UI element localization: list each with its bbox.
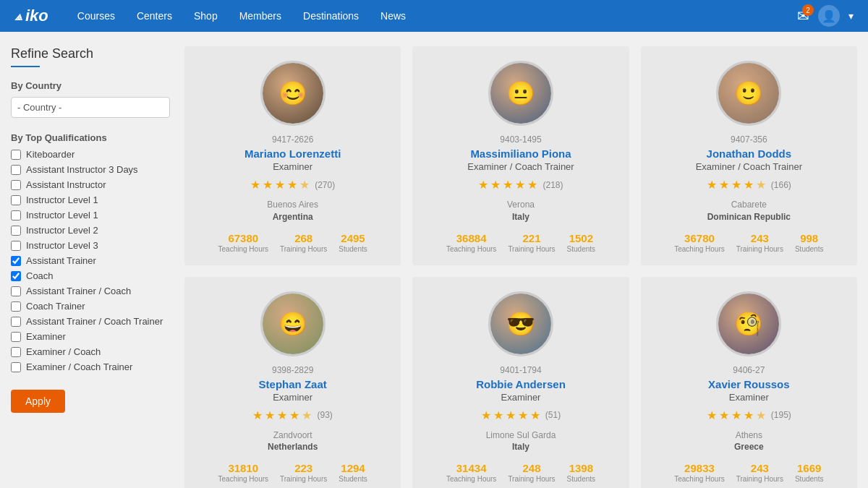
qualification-checkbox-asst_instructor[interactable] <box>11 180 21 190</box>
star-full: ★ <box>731 408 741 422</box>
city: Zandvoort <box>273 430 312 440</box>
qualification-label-coach_trainer[interactable]: Coach Trainer <box>26 301 85 312</box>
country: Dominican Republic <box>707 212 791 222</box>
message-badge: 2 <box>802 4 814 16</box>
avatar: 🧐 <box>716 291 781 356</box>
member-name[interactable]: Xavier Roussos <box>708 378 790 390</box>
review-count: (51) <box>545 410 561 420</box>
rating-stars: ★★★★★(270) <box>250 178 335 192</box>
qualification-label-examiner[interactable]: Examiner <box>26 331 66 342</box>
member-role: Examiner <box>729 392 769 403</box>
stat-label: Teaching Hours <box>446 474 496 484</box>
star-full: ★ <box>506 408 516 422</box>
nav-destinations[interactable]: Destinations <box>303 10 359 22</box>
qualification-label-asst_trainer[interactable]: Assistant Trainer <box>26 255 96 266</box>
user-menu-button[interactable]: ▾ <box>848 10 854 22</box>
stat-label: Students <box>567 244 595 254</box>
stat-item: 1294Students <box>339 462 367 484</box>
stat-item: 29833Teaching Hours <box>674 462 724 484</box>
qualification-item: Instructor Level 3 <box>11 240 170 251</box>
qualification-label-examiner_coach_trainer[interactable]: Examiner / Coach Trainer <box>26 361 132 372</box>
city: Athens <box>736 430 762 440</box>
member-card: 😄9398-2829Stephan ZaatExaminer★★★★★(93)Z… <box>184 277 401 488</box>
member-location: Limone Sul GardaItaly <box>486 429 556 454</box>
stat-value: 998 <box>800 232 818 244</box>
star-half: ★ <box>302 408 312 422</box>
member-name[interactable]: Jonathan Dodds <box>707 147 792 160</box>
qualification-label-examiner_coach[interactable]: Examiner / Coach <box>26 346 101 357</box>
member-location: CabareteDominican Republic <box>707 199 791 223</box>
member-location: VeronaItaly <box>507 199 535 223</box>
qualification-checkbox-asst_instructor_3days[interactable] <box>11 165 21 175</box>
country: Italy <box>512 442 529 452</box>
qualification-checkbox-instructor_level_3[interactable] <box>11 241 21 251</box>
member-role: Examiner / Coach Trainer <box>696 161 802 172</box>
country: Italy <box>512 212 529 222</box>
qualification-label-instructor_level_1b[interactable]: Instructor Level 1 <box>26 210 98 221</box>
logo[interactable]: ⟁ iko <box>14 7 48 25</box>
logo-text: iko <box>25 7 48 25</box>
stat-label: Students <box>339 244 367 254</box>
qualification-label-instructor_level_3[interactable]: Instructor Level 3 <box>26 240 98 251</box>
messages-button[interactable]: ✉ 2 <box>797 7 809 25</box>
member-stats: 31810Teaching Hours223Training Hours1294… <box>196 462 389 484</box>
qualification-checkbox-asst_trainer_coach[interactable] <box>11 286 21 296</box>
apply-button[interactable]: Apply <box>11 390 65 413</box>
rating-stars: ★★★★★(195) <box>707 408 791 422</box>
member-id: 9401-1794 <box>500 365 541 375</box>
qualification-checkbox-coach_trainer[interactable] <box>11 301 21 312</box>
qualification-label-asst_trainer_coach_trainer[interactable]: Assistant Trainer / Coach Trainer <box>26 316 163 327</box>
member-id: 9406-27 <box>733 365 765 375</box>
nav-news[interactable]: News <box>380 10 406 22</box>
stat-item: 223Training Hours <box>280 462 327 484</box>
qualification-label-asst_instructor[interactable]: Assistant Instructor <box>26 179 106 190</box>
sidebar: Refine Search By Country - Country - By … <box>11 46 170 488</box>
member-name[interactable]: Massimiliano Piona <box>470 147 571 160</box>
star-full: ★ <box>530 408 540 422</box>
qualification-label-instructor_level_1a[interactable]: Instructor Level 1 <box>26 194 98 205</box>
member-name[interactable]: Mariano Lorenzetti <box>244 147 341 160</box>
qualification-checkbox-examiner_coach[interactable] <box>11 347 21 357</box>
qualification-item: Assistant Trainer / Coach <box>11 286 170 296</box>
user-avatar[interactable]: 👤 <box>818 5 840 27</box>
member-role: Examiner <box>501 392 541 403</box>
member-id: 9407-356 <box>731 134 767 145</box>
nav-members[interactable]: Members <box>239 10 281 22</box>
avatar: 🙂 <box>716 61 781 126</box>
qualification-label-kiteboarder[interactable]: Kiteboarder <box>26 149 75 160</box>
nav-centers[interactable]: Centers <box>137 10 172 22</box>
qualification-checkbox-coach[interactable] <box>11 271 21 281</box>
member-role: Examiner <box>273 392 312 403</box>
qualification-checkbox-asst_trainer_coach_trainer[interactable] <box>11 317 21 327</box>
qualification-checkbox-examiner_coach_trainer[interactable] <box>11 362 21 372</box>
stat-value: 29833 <box>684 462 715 474</box>
qualification-checkbox-instructor_level_2[interactable] <box>11 226 21 236</box>
nav-courses[interactable]: Courses <box>77 10 115 22</box>
member-name[interactable]: Stephan Zaat <box>259 378 327 390</box>
nav-shop[interactable]: Shop <box>194 10 218 22</box>
member-name[interactable]: Robbie Andersen <box>476 378 566 390</box>
country-select[interactable]: - Country - <box>11 97 170 118</box>
member-card: 🧐9406-27Xavier RoussosExaminer★★★★★(195)… <box>641 277 857 488</box>
navbar: ⟁ iko Courses Centers Shop Members Desti… <box>0 0 868 32</box>
qualification-label-asst_instructor_3days[interactable]: Assistant Instructor 3 Days <box>26 164 138 175</box>
country: Greece <box>734 442 764 452</box>
qualification-item: Examiner / Coach <box>11 346 170 357</box>
stat-item: 221Training Hours <box>508 232 555 254</box>
stat-label: Training Hours <box>508 474 555 484</box>
qualifications-label: By Top Qualifications <box>11 132 170 143</box>
qualification-label-asst_trainer_coach[interactable]: Assistant Trainer / Coach <box>26 286 131 296</box>
qualification-checkbox-asst_trainer[interactable] <box>11 256 21 266</box>
qualification-label-instructor_level_2[interactable]: Instructor Level 2 <box>26 225 98 236</box>
qualification-checkbox-instructor_level_1a[interactable] <box>11 195 21 205</box>
stat-value: 268 <box>294 232 312 244</box>
qualification-label-coach[interactable]: Coach <box>26 270 54 281</box>
country: Argentina <box>273 212 313 222</box>
qualification-checkbox-instructor_level_1b[interactable] <box>11 210 21 221</box>
qualification-item: Assistant Instructor <box>11 179 170 190</box>
member-id: 9398-2829 <box>272 365 313 375</box>
stat-item: 248Training Hours <box>508 462 555 484</box>
qualification-item: Instructor Level 1 <box>11 194 170 205</box>
qualification-checkbox-kiteboarder[interactable] <box>11 150 21 160</box>
qualification-checkbox-examiner[interactable] <box>11 332 21 342</box>
